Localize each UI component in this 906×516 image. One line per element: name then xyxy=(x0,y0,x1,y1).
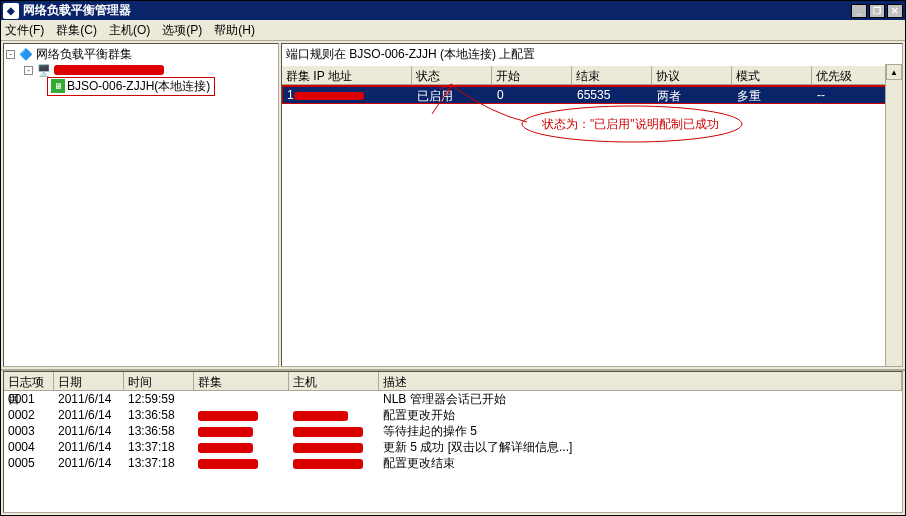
tree-host-label: BJSO-006-ZJJH(本地连接) xyxy=(67,78,210,95)
rules-panel: 端口规则在 BJSO-006-ZJJH (本地连接) 上配置 群集 IP 地址 … xyxy=(281,43,903,367)
menu-cluster[interactable]: 群集(C) xyxy=(56,22,97,39)
cell-status: 已启用 xyxy=(413,87,493,103)
log-cell-date: 2011/6/14 xyxy=(54,456,124,470)
log-header: 日志项目 日期 时间 群集 主机 描述 xyxy=(4,372,902,391)
log-col-time[interactable]: 时间 xyxy=(124,372,194,390)
menu-help[interactable]: 帮助(H) xyxy=(214,22,255,39)
log-col-cluster[interactable]: 群集 xyxy=(194,372,289,390)
log-cell-time: 13:37:18 xyxy=(124,456,194,470)
log-cell-desc: 更新 5 成功 [双击以了解详细信息...] xyxy=(379,439,902,456)
log-cell-time: 13:36:58 xyxy=(124,424,194,438)
log-cell-cluster xyxy=(194,456,289,470)
titlebar: ◆ 网络负载平衡管理器 _ ❐ ✕ xyxy=(1,1,905,20)
app-window: ◆ 网络负载平衡管理器 _ ❐ ✕ 文件(F) 群集(C) 主机(O) 选项(P… xyxy=(0,0,906,516)
menu-options[interactable]: 选项(P) xyxy=(162,22,202,39)
collapse-icon[interactable]: - xyxy=(6,50,15,59)
vertical-scrollbar[interactable]: ▲ xyxy=(885,64,902,366)
log-cell-id: 0002 xyxy=(4,408,54,422)
redacted-cluster-name xyxy=(54,65,164,75)
log-cell-host xyxy=(289,408,379,422)
cluster-root-icon: 🔷 xyxy=(18,46,34,62)
log-cell-date: 2011/6/14 xyxy=(54,408,124,422)
minimize-button[interactable]: _ xyxy=(851,4,867,18)
cell-ip: 1 xyxy=(283,87,413,103)
collapse-icon[interactable]: - xyxy=(24,66,33,75)
restore-button[interactable]: ❐ xyxy=(869,4,885,18)
log-col-item[interactable]: 日志项目 xyxy=(4,372,54,390)
log-cell-host xyxy=(289,424,379,438)
app-icon: ◆ xyxy=(3,3,19,19)
log-col-host[interactable]: 主机 xyxy=(289,372,379,390)
log-cell-id: 0001 xyxy=(4,392,54,406)
tree-root[interactable]: - 🔷 网络负载平衡群集 xyxy=(6,46,276,62)
log-col-desc[interactable]: 描述 xyxy=(379,372,902,390)
window-title: 网络负载平衡管理器 xyxy=(23,2,851,19)
log-cell-time: 13:36:58 xyxy=(124,408,194,422)
log-cell-time: 12:59:59 xyxy=(124,392,194,406)
log-cell-host xyxy=(289,440,379,454)
log-cell-desc: 等待挂起的操作 5 xyxy=(379,423,902,440)
log-cell-id: 0005 xyxy=(4,456,54,470)
close-button[interactable]: ✕ xyxy=(887,4,903,18)
tree-root-label: 网络负载平衡群集 xyxy=(36,46,132,63)
log-cell-date: 2011/6/14 xyxy=(54,440,124,454)
log-row[interactable]: 00032011/6/1413:36:58等待挂起的操作 5 xyxy=(4,423,902,439)
log-cell-host xyxy=(289,456,379,470)
col-priority[interactable]: 优先级 xyxy=(812,66,892,84)
log-cell-desc: 配置更改结束 xyxy=(379,455,902,472)
cell-proto: 两者 xyxy=(653,87,733,103)
host-icon: 🖥 xyxy=(51,79,65,93)
log-cell-cluster xyxy=(194,440,289,454)
log-cell-date: 2011/6/14 xyxy=(54,392,124,406)
log-cell-desc: NLB 管理器会话已开始 xyxy=(379,391,902,408)
col-end[interactable]: 结束 xyxy=(572,66,652,84)
log-row[interactable]: 00012011/6/1412:59:59NLB 管理器会话已开始 xyxy=(4,391,902,407)
log-cell-cluster xyxy=(194,424,289,438)
log-row[interactable]: 00042011/6/1413:37:18更新 5 成功 [双击以了解详细信息.… xyxy=(4,439,902,455)
col-mode[interactable]: 模式 xyxy=(732,66,812,84)
col-start[interactable]: 开始 xyxy=(492,66,572,84)
col-proto[interactable]: 协议 xyxy=(652,66,732,84)
col-status[interactable]: 状态 xyxy=(412,66,492,84)
cell-start: 0 xyxy=(493,87,573,103)
log-cell-id: 0003 xyxy=(4,424,54,438)
rules-header: 群集 IP 地址 状态 开始 结束 协议 模式 优先级 加载 xyxy=(282,65,902,85)
svg-point-0 xyxy=(522,106,742,142)
menu-file[interactable]: 文件(F) xyxy=(5,22,44,39)
col-ip[interactable]: 群集 IP 地址 xyxy=(282,66,412,84)
scroll-up-button[interactable]: ▲ xyxy=(886,64,902,80)
log-cell-time: 13:37:18 xyxy=(124,440,194,454)
log-cell-cluster xyxy=(194,408,289,422)
tree-host[interactable]: 🖥 BJSO-006-ZJJH(本地连接) xyxy=(6,78,276,94)
cell-mode: 多重 xyxy=(733,87,813,103)
cell-end: 65535 xyxy=(573,87,653,103)
log-col-date[interactable]: 日期 xyxy=(54,372,124,390)
log-cell-date: 2011/6/14 xyxy=(54,424,124,438)
annotation-text: 状态为："已启用"说明配制已成功 xyxy=(542,116,719,133)
log-body: 00012011/6/1412:59:59NLB 管理器会话已开始0002201… xyxy=(4,391,902,512)
menubar: 文件(F) 群集(C) 主机(O) 选项(P) 帮助(H) xyxy=(1,20,905,41)
log-row[interactable]: 00052011/6/1413:37:18配置更改结束 xyxy=(4,455,902,471)
rules-title: 端口规则在 BJSO-006-ZJJH (本地连接) 上配置 xyxy=(282,44,902,65)
log-cell-desc: 配置更改开始 xyxy=(379,407,902,424)
log-cell-id: 0004 xyxy=(4,440,54,454)
cell-priority: -- xyxy=(813,87,893,103)
menu-host[interactable]: 主机(O) xyxy=(109,22,150,39)
tree-panel: - 🔷 网络负载平衡群集 - 🖥️ 🖥 BJSO-006-ZJJH(本地连接) xyxy=(3,43,279,367)
log-panel: 日志项目 日期 时间 群集 主机 描述 00012011/6/1412:59:5… xyxy=(3,371,903,513)
log-row[interactable]: 00022011/6/1413:36:58配置更改开始 xyxy=(4,407,902,423)
rule-row[interactable]: 1 已启用 0 65535 两者 多重 -- 相等 xyxy=(282,85,902,104)
